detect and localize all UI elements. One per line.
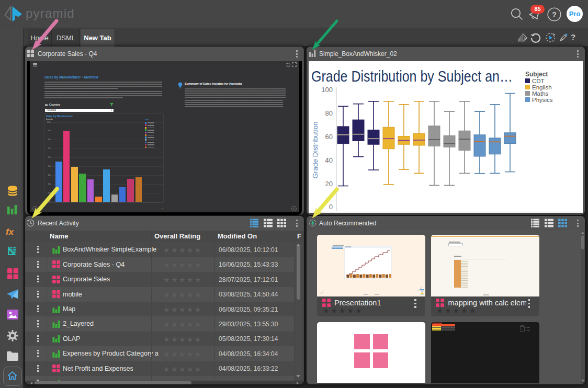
svg-text:100: 100 — [321, 86, 333, 94]
svg-text:0: 0 — [329, 203, 333, 211]
svg-text:20: 20 — [325, 180, 333, 188]
svg-text:Maths: Maths — [532, 90, 549, 97]
svg-text:Grade Distribution by Subject: Grade Distribution by Subject an… — [311, 67, 513, 85]
svg-text:40: 40 — [325, 156, 333, 164]
svg-text:60: 60 — [325, 133, 333, 141]
svg-text:?: ? — [552, 10, 557, 19]
svg-text:Physics: Physics — [532, 97, 553, 103]
svg-text:Grade Distribution: Grade Distribution — [311, 122, 319, 179]
svg-text:English: English — [532, 84, 552, 90]
svg-text:80: 80 — [325, 109, 333, 117]
svg-text:Subject: Subject — [525, 71, 548, 78]
svg-text:CDT: CDT — [532, 78, 545, 84]
